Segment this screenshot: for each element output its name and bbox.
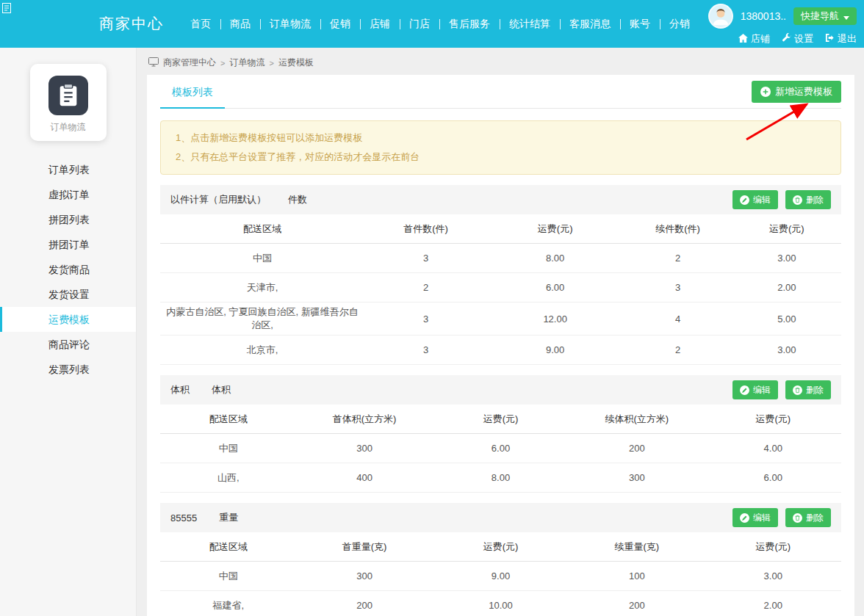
breadcrumb-item-merchant-center[interactable]: 商家管理中心: [163, 57, 216, 69]
sidebar-item-ship-settings[interactable]: 发货设置: [0, 282, 136, 307]
home-icon: [738, 34, 748, 45]
template-section-volume: 体积 体积 编辑 删除 配送区域 首体积(立方米) 运费(元) 续体: [160, 375, 841, 493]
module-card: 订单物流: [30, 64, 107, 141]
table-cell: 8.00: [433, 469, 569, 486]
plus-icon: [760, 87, 771, 97]
column-header: 首件数(件): [364, 220, 487, 239]
table-row: 天津市, 2 6.00 3 2.00: [160, 273, 841, 302]
section-title: 体积: [170, 383, 190, 396]
chevron-down-icon: [843, 11, 849, 22]
edit-button-label: 编辑: [753, 512, 771, 524]
table-cell: 9.00: [433, 568, 569, 584]
section-title: 85555: [170, 512, 197, 523]
shop-link[interactable]: 店铺: [738, 32, 770, 46]
sidebar-menu: 订单列表 虚拟订单 拼团列表 拼团订单 发货商品 发货设置 运费模板 商品评论 …: [0, 157, 136, 382]
table-row: 内蒙古自治区, 宁夏回族自治区, 新疆维吾尔自治区, 3 12.00 4 5.0…: [160, 302, 841, 336]
quick-nav-label: 快捷导航: [801, 10, 839, 23]
section-header: 85555 重量 编辑 删除: [160, 503, 841, 532]
sidebar-item-virtual-order[interactable]: 虚拟订单: [0, 182, 136, 207]
table-cell: 福建省,: [160, 596, 296, 615]
monitor-icon: [148, 57, 159, 69]
wrench-icon: [782, 33, 791, 45]
breadcrumb-item-order-logistics[interactable]: 订单物流: [229, 57, 264, 69]
table-cell: 3: [364, 341, 487, 358]
table-cell: 中国: [160, 439, 296, 458]
top-header: 商家中心 首页 商品 订单物流 促销 店铺 门店 售后服务 统计结算 客服消息 …: [0, 0, 864, 48]
breadcrumb-separator: >: [220, 59, 225, 68]
edit-icon: [740, 513, 749, 523]
delete-button[interactable]: 删除: [785, 508, 831, 527]
edit-button[interactable]: 编辑: [732, 190, 778, 209]
content-panel: 模板列表 新增运费模板 1、点击新增运费模板按钮可以添加运费模板 2、只有在总平…: [147, 75, 854, 616]
sidebar-item-goods-comments[interactable]: 商品评论: [0, 332, 136, 357]
edit-icon: [740, 195, 749, 205]
nav-item-account[interactable]: 账号: [620, 18, 660, 31]
logout-icon: [825, 33, 835, 45]
table-row: 北京市, 3 9.00 2 3.00: [160, 336, 841, 365]
table-cell: 9.00: [487, 341, 623, 358]
edit-button[interactable]: 编辑: [732, 508, 778, 527]
tab-template-list[interactable]: 模板列表: [160, 75, 225, 109]
column-header: 运费(元): [433, 537, 569, 557]
table-cell: 3.00: [705, 568, 841, 584]
delete-button-label: 删除: [806, 384, 824, 396]
settings-link[interactable]: 设置: [782, 32, 813, 46]
logout-link[interactable]: 退出: [825, 32, 857, 46]
delete-icon: [793, 385, 802, 395]
table-cell: 200: [569, 597, 705, 614]
notice-line: 1、点击新增运费模板按钮可以添加运费模板: [176, 128, 826, 148]
nav-item-customer-service[interactable]: 客服消息: [560, 18, 620, 31]
sidebar-item-invoice-list[interactable]: 发票列表: [0, 357, 136, 382]
order-logistics-icon: [48, 76, 88, 115]
table-cell: 3: [623, 279, 732, 296]
avatar[interactable]: [708, 4, 733, 29]
nav-item-distribution[interactable]: 分销: [660, 18, 699, 31]
section-title: 以件计算（启用默认）: [170, 193, 266, 206]
sidebar-item-groupbuy-order[interactable]: 拼团订单: [0, 232, 136, 257]
template-section-by-piece: 以件计算（启用默认） 件数 编辑 删除 配送区域 首件数(件) 运费(元): [160, 185, 841, 365]
table-cell: 200: [296, 597, 432, 614]
table-cell: 3.00: [732, 250, 841, 267]
edit-icon: [740, 385, 749, 395]
column-header: 配送区域: [160, 220, 364, 239]
sidebar: 订单物流 订单列表 虚拟订单 拼团列表 拼团订单 发货商品 发货设置 运费模板 …: [0, 48, 137, 616]
user-phone: 1380013..: [741, 10, 786, 22]
nav-item-statistics[interactable]: 统计结算: [500, 18, 560, 31]
delete-button[interactable]: 删除: [785, 190, 831, 209]
nav-item-order-logistics[interactable]: 订单物流: [260, 18, 320, 31]
nav-item-shop[interactable]: 店铺: [360, 18, 400, 31]
nav-item-stores[interactable]: 门店: [400, 18, 439, 31]
edit-button[interactable]: 编辑: [732, 380, 778, 399]
sidebar-item-freight-template[interactable]: 运费模板: [0, 307, 136, 332]
table-row: 中国 300 9.00 100 3.00: [160, 562, 841, 591]
table-cell: 400: [296, 469, 432, 486]
table-cell: 5.00: [732, 311, 841, 327]
delete-button-label: 删除: [806, 512, 824, 524]
column-header: 配送区域: [160, 410, 296, 429]
sidebar-item-order-list[interactable]: 订单列表: [0, 157, 136, 182]
sidebar-item-ship-goods[interactable]: 发货商品: [0, 257, 136, 282]
breadcrumb-item-freight-template[interactable]: 运费模板: [278, 57, 314, 69]
table-row: 福建省, 200 10.00 200 2.00: [160, 591, 841, 616]
table-cell: 北京市,: [160, 341, 364, 360]
nav-item-home[interactable]: 首页: [181, 18, 220, 31]
quick-nav-button[interactable]: 快捷导航: [793, 7, 857, 25]
table-cell: 2: [364, 279, 487, 296]
column-header: 续件数(件): [623, 220, 732, 239]
section-subtitle: 体积: [212, 383, 231, 396]
nav-item-goods[interactable]: 商品: [220, 18, 260, 31]
user-area: 1380013.. 快捷导航 店铺 设置 退出: [708, 4, 857, 46]
table-cell: 6.00: [487, 279, 623, 296]
table-cell: 300: [296, 440, 432, 457]
column-header: 首体积(立方米): [296, 410, 432, 429]
delete-button[interactable]: 删除: [785, 380, 831, 399]
table-cell: 2.00: [732, 279, 841, 296]
section-subtitle: 重量: [219, 511, 238, 524]
add-template-button[interactable]: 新增运费模板: [752, 81, 841, 103]
nav-item-aftersales[interactable]: 售后服务: [439, 18, 500, 31]
table-cell: 2: [623, 250, 732, 267]
table-cell: 中国: [160, 567, 296, 586]
add-template-label: 新增运费模板: [775, 85, 832, 98]
nav-item-promotion[interactable]: 促销: [320, 18, 360, 31]
sidebar-item-groupbuy-list[interactable]: 拼团列表: [0, 207, 136, 232]
